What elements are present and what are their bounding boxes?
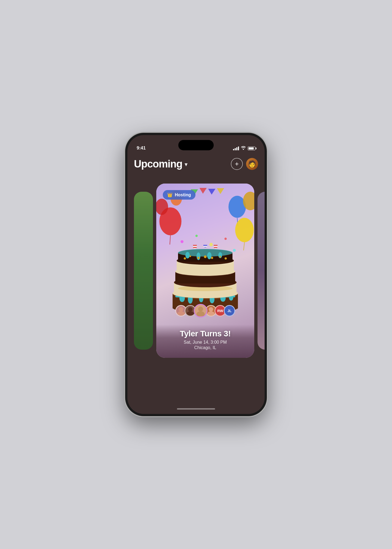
next-event-card[interactable] (258, 192, 265, 350)
status-icons (233, 146, 255, 151)
svg-point-45 (185, 252, 190, 258)
attendees-row: RW JL (175, 304, 235, 318)
hosting-badge: 👑 Hosting (163, 190, 195, 200)
signal-icon (233, 147, 239, 150)
page-title: Upcoming (134, 158, 182, 170)
svg-point-53 (211, 257, 213, 259)
add-button[interactable]: + (231, 158, 243, 170)
header: Upcoming ▾ + 🧑 (134, 158, 258, 170)
svg-point-77 (198, 307, 203, 312)
svg-point-75 (188, 307, 192, 312)
svg-point-47 (207, 252, 212, 259)
event-info: Tyler Turns 3! Sat, June 14, 3:00 PM Chi… (156, 325, 254, 358)
status-time: 9:41 (137, 145, 146, 151)
svg-marker-11 (208, 189, 216, 194)
svg-point-51 (197, 257, 200, 259)
dynamic-island (178, 140, 214, 150)
event-date: Sat, June 14, 3:00 PM (163, 340, 248, 345)
svg-rect-59 (203, 245, 207, 248)
svg-point-52 (204, 255, 207, 258)
svg-point-13 (180, 240, 183, 243)
svg-point-14 (195, 235, 198, 237)
svg-point-78 (197, 311, 205, 316)
wifi-icon (241, 146, 246, 151)
svg-point-49 (184, 257, 186, 260)
event-location: Chicago, IL (163, 345, 248, 350)
svg-point-76 (186, 311, 194, 316)
svg-rect-57 (193, 245, 197, 249)
svg-point-55 (225, 257, 227, 260)
svg-point-73 (179, 307, 183, 312)
event-title: Tyler Turns 3! (163, 329, 248, 338)
phone-screen: 9:41 (127, 135, 265, 414)
svg-point-79 (209, 307, 213, 312)
svg-marker-10 (200, 188, 207, 194)
home-indicator (177, 408, 215, 410)
battery-icon (248, 147, 255, 150)
phone-device: 9:41 (125, 133, 267, 416)
svg-rect-61 (214, 245, 218, 249)
svg-point-80 (207, 311, 215, 316)
svg-point-50 (189, 255, 191, 257)
main-event-card[interactable]: 👑 Hosting (156, 184, 254, 358)
hosting-badge-text: Hosting (175, 193, 191, 197)
svg-point-16 (224, 237, 227, 240)
user-avatar-button[interactable]: 🧑 (246, 158, 258, 170)
event-carousel[interactable]: 👑 Hosting (127, 175, 265, 366)
attendee-avatar-highlighted (194, 304, 207, 318)
previous-event-card[interactable] (134, 192, 153, 350)
svg-point-74 (177, 311, 185, 316)
attendee-avatar-jl: JL (224, 305, 235, 316)
header-left: Upcoming ▾ (134, 158, 188, 170)
main-content: Upcoming ▾ + 🧑 (127, 154, 265, 414)
crown-icon: 👑 (167, 192, 173, 197)
svg-marker-12 (217, 188, 224, 194)
svg-line-1 (170, 235, 170, 245)
svg-point-5 (235, 218, 254, 242)
header-right: + 🧑 (231, 158, 258, 170)
svg-point-54 (219, 256, 221, 258)
chevron-down-icon[interactable]: ▾ (185, 161, 188, 168)
